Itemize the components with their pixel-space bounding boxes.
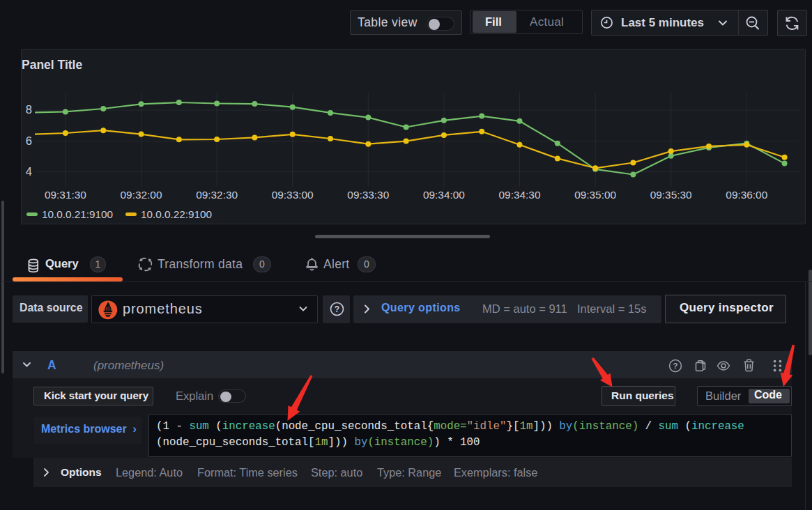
svg-text:?: ? <box>673 362 677 370</box>
svg-text:?: ? <box>335 304 339 314</box>
